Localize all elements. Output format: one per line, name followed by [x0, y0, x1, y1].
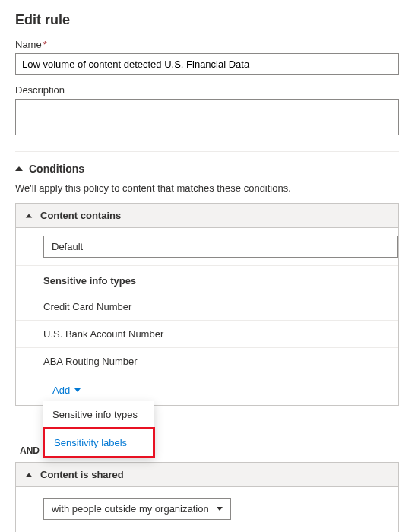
content-contains-block: Content contains Default Sensitive info … [15, 203, 399, 406]
add-label: Add [52, 385, 70, 396]
content-shared-title: Content is shared [40, 469, 124, 480]
list-item[interactable]: U.S. Bank Account Number [16, 320, 398, 347]
divider [15, 151, 399, 152]
add-dropdown-menu: Sensitive info types Sensitivity labels [43, 401, 154, 458]
description-label: Description [15, 84, 399, 96]
add-sensitive-type-button[interactable]: Add Sensitive info types Sensitivity lab… [16, 375, 398, 405]
default-group-input[interactable]: Default [43, 236, 398, 258]
chevron-up-icon [26, 214, 33, 217]
sensitive-info-types-heading: Sensitive info types [16, 265, 398, 293]
content-contains-title: Content contains [40, 210, 121, 221]
chevron-up-icon [26, 473, 33, 477]
chevron-up-icon [15, 166, 23, 171]
content-shared-select[interactable]: with people outside my organization [43, 498, 231, 520]
menu-item-sensitive-info-types[interactable]: Sensitive info types [43, 401, 154, 428]
list-item[interactable]: Credit Card Number [16, 293, 398, 320]
name-label-text: Name [15, 39, 42, 50]
chevron-down-icon [74, 388, 81, 392]
content-contains-toggle[interactable]: Content contains [16, 204, 398, 228]
menu-item-sensitivity-labels[interactable]: Sensitivity labels [43, 427, 155, 458]
name-input[interactable] [15, 53, 399, 75]
conditions-title: Conditions [29, 163, 84, 175]
page-title: Edit rule [15, 12, 399, 28]
content-shared-toggle[interactable]: Content is shared [16, 463, 398, 487]
description-textarea[interactable] [15, 99, 399, 135]
conditions-section-toggle[interactable]: Conditions [15, 163, 399, 175]
required-asterisk: * [43, 39, 47, 50]
content-shared-selected-value: with people outside my organization [52, 503, 209, 515]
content-shared-block: Content is shared with people outside my… [15, 462, 399, 532]
name-label: Name* [15, 39, 399, 50]
conditions-desc: We'll apply this policy to content that … [15, 182, 399, 194]
list-item[interactable]: ABA Routing Number [16, 347, 398, 375]
chevron-down-icon [217, 507, 223, 511]
